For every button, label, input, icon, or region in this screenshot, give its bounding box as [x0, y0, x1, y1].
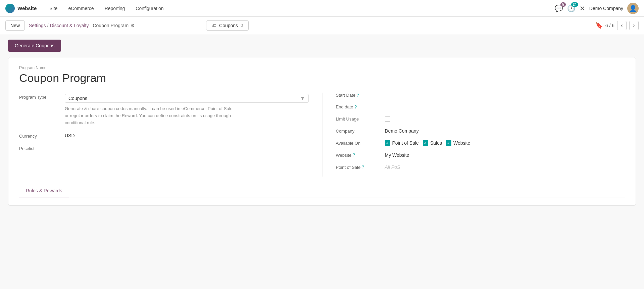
company-label: Company	[336, 129, 380, 134]
available-pos-item: Point of Sale	[385, 140, 419, 146]
available-pos-checkbox[interactable]	[385, 140, 390, 146]
breadcrumb-separator: /	[47, 23, 49, 28]
end-date-row: End date ?	[336, 104, 625, 109]
nav-item-ecommerce[interactable]: eCommerce	[63, 4, 98, 13]
pagination-prev-button[interactable]: ‹	[617, 21, 627, 30]
app-name: Website	[17, 5, 37, 11]
nav-item-configuration[interactable]: Configuration	[131, 4, 168, 13]
nav-right-area: 💬 5 🕐 24 ✕ Demo Company 👤	[555, 3, 639, 14]
pos-label: Point of Sale ?	[336, 165, 380, 170]
pos-help-icon[interactable]: ?	[362, 165, 364, 170]
program-type-description: Generate & share coupon codes manually. …	[65, 105, 233, 126]
currency-label: Currency	[19, 132, 59, 139]
program-type-row: Program Type Coupons ▼ Generate & share …	[19, 93, 309, 126]
form-columns: Program Type Coupons ▼ Generate & share …	[19, 93, 625, 177]
end-date-help-icon[interactable]: ?	[355, 105, 357, 109]
available-on-row: Available On Point of Sale Sales Webs	[336, 140, 625, 146]
currency-value[interactable]: USD	[65, 132, 309, 138]
limit-usage-checkbox[interactable]	[385, 116, 390, 122]
currency-row: Currency USD	[19, 132, 309, 139]
app-logo[interactable]: Website	[5, 4, 37, 13]
pagination-area: 🔖 6 / 6 ‹ ›	[595, 21, 639, 30]
tabs-bar: Rules & Rewards	[19, 185, 625, 197]
wrench-icon: ✕	[580, 4, 585, 12]
coupons-count: 0	[241, 23, 243, 28]
breadcrumb-settings[interactable]: Settings	[29, 23, 46, 28]
top-navigation: Website Site eCommerce Reporting Configu…	[0, 0, 644, 17]
breadcrumb-current: Coupon Program ⚙	[93, 23, 135, 28]
program-name-section: Program Name Coupon Program	[19, 65, 625, 85]
available-sales-label: Sales	[430, 140, 442, 146]
form-card: Program Name Coupon Program Program Type…	[8, 57, 636, 206]
available-sales-checkbox[interactable]	[423, 140, 428, 146]
company-value[interactable]: Demo Company	[385, 128, 625, 134]
main-content: Generate Coupons Program Name Coupon Pro…	[0, 34, 644, 211]
program-type-selected: Coupons	[68, 96, 298, 101]
activity-badge: 24	[571, 2, 578, 7]
website-help-icon[interactable]: ?	[353, 153, 355, 157]
company-row: Company Demo Company	[336, 128, 625, 134]
nav-item-site[interactable]: Site	[45, 4, 62, 13]
generate-coupons-button[interactable]: Generate Coupons	[8, 40, 61, 52]
available-on-label: Available On	[336, 141, 380, 146]
gear-icon[interactable]: ⚙	[131, 23, 135, 28]
nav-menu: Site eCommerce Reporting Configuration	[45, 4, 547, 13]
breadcrumb-discount-loyalty[interactable]: Discount & Loyalty	[50, 23, 89, 28]
bookmark-icon[interactable]: 🔖	[595, 22, 603, 29]
program-name-label: Program Name	[19, 65, 625, 70]
company-name[interactable]: Demo Company	[589, 6, 623, 11]
pos-row: Point of Sale ? All PoS	[336, 164, 625, 170]
settings-button[interactable]: ✕	[580, 4, 585, 12]
coupons-button[interactable]: 🏷 Coupons 0	[206, 20, 249, 31]
pricelist-row: Pricelist	[19, 144, 309, 151]
pagination-next-button[interactable]: ›	[629, 21, 639, 30]
program-type-value: Coupons ▼ Generate & share coupon codes …	[65, 93, 309, 126]
tabs-section: Rules & Rewards	[19, 185, 625, 197]
program-name-value[interactable]: Coupon Program	[19, 71, 625, 85]
start-date-label: Start Date ?	[336, 93, 380, 98]
pricelist-value[interactable]	[65, 144, 309, 145]
new-button[interactable]: New	[5, 20, 25, 31]
limit-usage-row: Limit Usage	[336, 116, 625, 122]
activity-button[interactable]: 🕐 24	[567, 4, 576, 12]
available-on-options: Point of Sale Sales Website	[385, 140, 625, 146]
available-website-item: Website	[446, 140, 470, 146]
chat-badge: 5	[560, 2, 566, 7]
pricelist-label: Pricelist	[19, 144, 59, 151]
end-date-label: End date ?	[336, 104, 380, 109]
chat-button[interactable]: 💬 5	[555, 4, 563, 12]
program-type-label: Program Type	[19, 93, 59, 100]
nav-item-reporting[interactable]: Reporting	[100, 4, 130, 13]
pagination-current: 6	[605, 23, 608, 28]
program-type-select[interactable]: Coupons ▼	[65, 94, 309, 103]
available-website-checkbox[interactable]	[446, 140, 451, 146]
available-sales-item: Sales	[423, 140, 442, 146]
pagination-total: 6	[612, 23, 614, 28]
sub-navigation: New Settings / Discount & Loyalty Coupon…	[0, 17, 644, 34]
tab-rules-rewards[interactable]: Rules & Rewards	[19, 185, 69, 197]
website-label: Website ?	[336, 153, 380, 158]
pagination-text: 6 / 6	[605, 23, 614, 28]
limit-usage-label: Limit Usage	[336, 116, 380, 122]
avatar-icon: 👤	[629, 5, 637, 12]
tag-icon: 🏷	[212, 23, 216, 28]
start-date-help-icon[interactable]: ?	[357, 93, 359, 98]
available-website-label: Website	[453, 140, 470, 146]
breadcrumb-current-label: Coupon Program	[93, 23, 129, 28]
pos-value[interactable]: All PoS	[385, 164, 625, 170]
website-value[interactable]: My Website	[385, 152, 625, 158]
program-type-dropdown-icon: ▼	[300, 96, 305, 101]
website-row: Website ? My Website	[336, 152, 625, 158]
form-left-column: Program Type Coupons ▼ Generate & share …	[19, 93, 322, 177]
coupons-label: Coupons	[219, 23, 238, 28]
breadcrumb: Settings / Discount & Loyalty	[29, 23, 89, 28]
form-right-column: Start Date ? End date ? Limit Usage	[322, 93, 625, 177]
limit-usage-value	[385, 116, 625, 122]
avatar[interactable]: 👤	[627, 3, 639, 14]
available-pos-label: Point of Sale	[392, 140, 419, 146]
logo-icon	[5, 4, 15, 13]
start-date-row: Start Date ?	[336, 93, 625, 98]
